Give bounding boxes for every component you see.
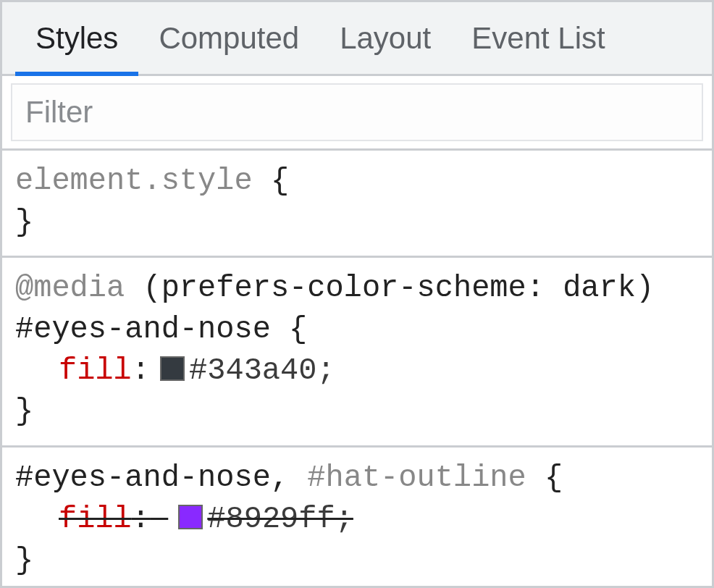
property-name[interactable]: fill — [59, 502, 132, 537]
rule-eyes-and-hat[interactable]: #eyes-and-nose, #hat-outline { fill: #89… — [2, 448, 712, 588]
brace-close: } — [15, 205, 33, 240]
brace-close: } — [15, 394, 33, 429]
selector[interactable]: #hat-outline — [307, 461, 526, 495]
selector-comma: , — [271, 461, 289, 495]
color-swatch-icon[interactable] — [178, 505, 203, 529]
rule-element-style[interactable]: element.style { } — [2, 151, 712, 258]
brace-open: { — [545, 461, 563, 495]
devtools-styles-panel: Styles Computed Layout Event List elemen… — [0, 0, 714, 588]
tab-computed[interactable]: Computed — [138, 2, 319, 74]
tab-bar: Styles Computed Layout Event List — [2, 2, 712, 76]
color-swatch-icon[interactable] — [160, 356, 185, 381]
filter-row — [2, 76, 712, 151]
brace-open: { — [271, 164, 289, 198]
colon: : — [132, 502, 150, 537]
selector[interactable]: element.style — [15, 164, 253, 198]
brace-open: { — [289, 312, 307, 347]
filter-input[interactable] — [11, 83, 703, 141]
tab-layout[interactable]: Layout — [319, 2, 451, 74]
selector[interactable]: #eyes-and-nose — [15, 312, 271, 347]
declaration[interactable]: fill: #343a40; — [15, 350, 699, 392]
colon: : — [132, 350, 150, 392]
tab-event-listeners[interactable]: Event List — [451, 2, 625, 74]
selector[interactable]: #eyes-and-nose — [15, 461, 271, 495]
property-name[interactable]: fill — [59, 350, 132, 392]
brace-close: } — [15, 543, 33, 578]
tab-styles[interactable]: Styles — [15, 2, 138, 74]
property-value[interactable]: #343a40; — [189, 350, 335, 392]
media-query: (prefers-color-scheme: dark) — [143, 271, 654, 306]
media-at: @media — [15, 271, 125, 306]
rules-list: element.style { } @media (prefers-color-… — [2, 151, 712, 588]
rule-media-dark[interactable]: @media (prefers-color-scheme: dark) #eye… — [2, 258, 712, 448]
property-value[interactable]: #8929ff; — [207, 502, 353, 537]
declaration-overridden[interactable]: fill: #8929ff; — [15, 499, 699, 540]
